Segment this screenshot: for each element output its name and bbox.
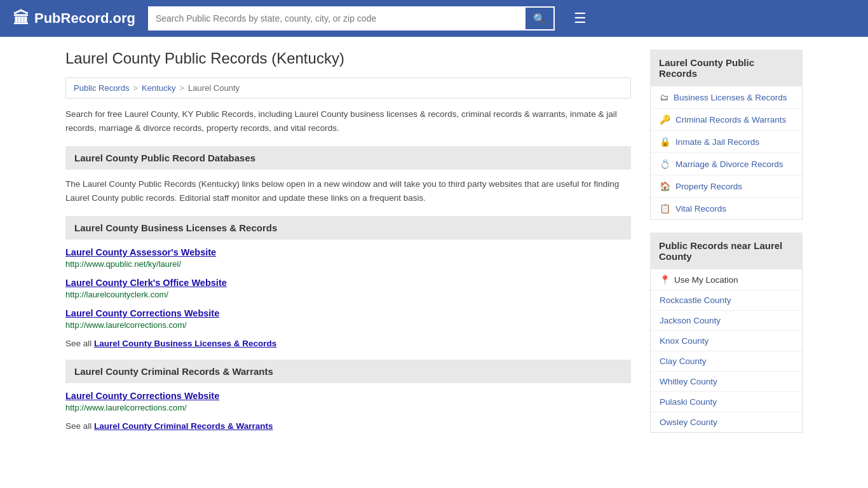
use-my-location-label: Use My Location xyxy=(674,275,738,285)
sidebar-main-list: 🗂 Business Licenses & Records 🔑 Criminal… xyxy=(650,86,803,220)
ring-icon: 💍 xyxy=(660,159,670,169)
logo-text: PubRecord.org xyxy=(34,10,135,27)
sidebar-main-title: Laurel County Public Records xyxy=(650,50,803,86)
sidebar-nearby-title: Public Records near Laurel County xyxy=(650,233,803,269)
sidebar-nearby-jackson[interactable]: Jackson County xyxy=(651,311,802,331)
business-link-3-title[interactable]: Laurel County Corrections Website xyxy=(65,308,631,318)
sidebar-use-my-location[interactable]: 📍 Use My Location xyxy=(651,269,802,290)
criminal-section-header: Laurel County Criminal Records & Warrant… xyxy=(65,360,631,383)
page-title: Laurel County Public Records (Kentucky) xyxy=(65,50,631,67)
sidebar-nearby-knox[interactable]: Knox County xyxy=(651,331,802,351)
sidebar-item-business[interactable]: 🗂 Business Licenses & Records xyxy=(651,86,802,109)
sidebar-item-inmate-label: Inmate & Jail Records xyxy=(675,137,759,147)
logo-icon: 🏛 xyxy=(13,9,29,29)
criminal-link-1-url[interactable]: http://www.laurelcorrections.com/ xyxy=(65,403,631,412)
databases-section-desc: The Laurel County Public Records (Kentuc… xyxy=(65,177,631,205)
lock-icon: 🔒 xyxy=(660,137,670,147)
business-link-1-url[interactable]: http://www.qpublic.net/ky/laurel/ xyxy=(65,259,631,269)
location-pin-icon: 📍 xyxy=(660,274,670,285)
sidebar-nearby-pulaski[interactable]: Pulaski County xyxy=(651,392,802,412)
business-link-2-title[interactable]: Laurel County Clerk's Office Website xyxy=(65,278,631,288)
intro-text: Search for free Laurel County, KY Public… xyxy=(65,107,631,135)
business-link-2-url[interactable]: http://laurelcountyclerk.com/ xyxy=(65,290,631,299)
sidebar-nearby-whitley[interactable]: Whitley County xyxy=(651,372,802,392)
business-see-all: See all Laurel County Business Licenses … xyxy=(65,339,631,348)
breadcrumb-public-records[interactable]: Public Records xyxy=(74,83,129,93)
business-link-3-url[interactable]: http://www.laurelcorrections.com/ xyxy=(65,320,631,330)
business-see-all-link[interactable]: Laurel County Business Licenses & Record… xyxy=(94,339,276,348)
sidebar: Laurel County Public Records 🗂 Business … xyxy=(650,50,803,445)
criminal-see-all-link[interactable]: Laurel County Criminal Records & Warrant… xyxy=(94,421,273,431)
sidebar-nearby-clay[interactable]: Clay County xyxy=(651,351,802,372)
content-area: Laurel County Public Records (Kentucky) … xyxy=(65,50,631,445)
menu-button[interactable]: ☰ xyxy=(574,11,587,25)
breadcrumb: Public Records > Kentucky > Laurel Count… xyxy=(65,78,631,98)
sidebar-item-criminal-label: Criminal Records & Warrants xyxy=(675,115,786,125)
sidebar-item-business-label: Business Licenses & Records xyxy=(674,93,787,102)
sidebar-item-marriage-label: Marriage & Divorce Records xyxy=(675,159,783,169)
sidebar-item-marriage[interactable]: 💍 Marriage & Divorce Records xyxy=(651,153,802,175)
sidebar-item-property[interactable]: 🏠 Property Records xyxy=(651,175,802,198)
header: 🏛 PubRecord.org 🔍 ☰ xyxy=(0,0,868,37)
sidebar-item-property-label: Property Records xyxy=(675,182,742,191)
key-icon: 🔑 xyxy=(660,114,670,125)
main-container: Laurel County Public Records (Kentucky) … xyxy=(53,37,815,458)
sidebar-item-vital-label: Vital Records xyxy=(675,204,726,214)
business-link-1-title[interactable]: Laurel County Assessor's Website xyxy=(65,247,631,257)
sidebar-nearby-rockcastle[interactable]: Rockcastle County xyxy=(651,290,802,311)
sidebar-item-inmate[interactable]: 🔒 Inmate & Jail Records xyxy=(651,131,802,153)
sidebar-nearby-box: Public Records near Laurel County 📍 Use … xyxy=(650,233,803,433)
sidebar-item-vital[interactable]: 📋 Vital Records xyxy=(651,198,802,219)
clipboard-icon: 📋 xyxy=(660,203,670,214)
business-section-header: Laurel County Business Licenses & Record… xyxy=(65,216,631,240)
sidebar-item-criminal[interactable]: 🔑 Criminal Records & Warrants xyxy=(651,109,802,131)
sidebar-main-box: Laurel County Public Records 🗂 Business … xyxy=(650,50,803,220)
criminal-see-all: See all Laurel County Criminal Records &… xyxy=(65,421,631,431)
breadcrumb-laurel-county: Laurel County xyxy=(188,83,240,93)
search-button[interactable]: 🔍 xyxy=(524,6,555,30)
search-area: 🔍 xyxy=(148,6,555,30)
breadcrumb-sep-2: > xyxy=(180,83,185,93)
sidebar-nearby-list: 📍 Use My Location Rockcastle County Jack… xyxy=(650,269,803,433)
briefcase-icon: 🗂 xyxy=(660,92,668,102)
search-input[interactable] xyxy=(148,6,524,30)
sidebar-nearby-owsley[interactable]: Owsley County xyxy=(651,412,802,432)
hamburger-icon: ☰ xyxy=(574,10,587,26)
criminal-link-1-title[interactable]: Laurel County Corrections Website xyxy=(65,391,631,401)
logo[interactable]: 🏛 PubRecord.org xyxy=(13,9,135,29)
breadcrumb-kentucky[interactable]: Kentucky xyxy=(142,83,175,93)
search-icon: 🔍 xyxy=(533,13,546,24)
databases-section-header: Laurel County Public Record Databases xyxy=(65,146,631,170)
house-icon: 🏠 xyxy=(660,181,670,191)
breadcrumb-sep-1: > xyxy=(133,83,138,93)
